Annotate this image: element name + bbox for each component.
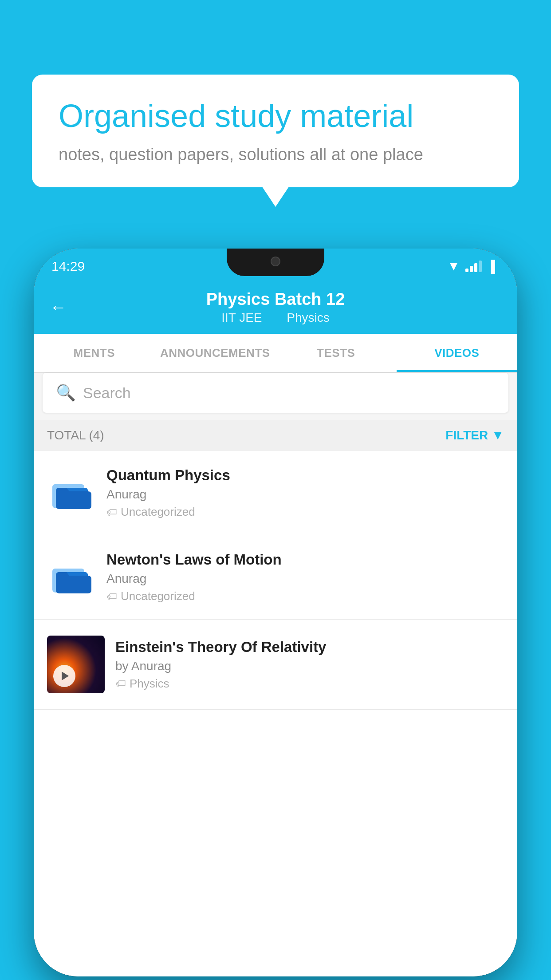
- list-item[interactable]: Einstein's Theory Of Relativity by Anura…: [34, 620, 517, 710]
- filter-icon: ▼: [492, 428, 504, 443]
- video-tag: 🏷 Physics: [115, 677, 504, 691]
- filter-button[interactable]: FILTER ▼: [445, 428, 504, 443]
- notch: [227, 249, 324, 276]
- folder-icon: [47, 469, 96, 518]
- video-title: Newton's Laws of Motion: [106, 551, 504, 568]
- tag-icon: 🏷: [106, 506, 117, 518]
- wifi-icon: ▼: [448, 259, 460, 273]
- list-item[interactable]: Quantum Physics Anurag 🏷 Uncategorized: [34, 451, 517, 535]
- tag-label: Uncategorized: [121, 505, 195, 519]
- camera: [271, 257, 280, 266]
- video-list: Quantum Physics Anurag 🏷 Uncategorized: [34, 451, 517, 976]
- signal-bar-3: [474, 263, 477, 272]
- video-author: by Anurag: [115, 659, 504, 673]
- battery-icon: ▐: [487, 260, 495, 273]
- back-button[interactable]: ←: [50, 298, 67, 317]
- speech-bubble-wrapper: Organised study material notes, question…: [32, 75, 519, 187]
- bubble-subtitle: notes, question papers, solutions all at…: [59, 145, 492, 164]
- batch-title: Physics Batch 12: [206, 290, 345, 309]
- signal-icon: [465, 261, 482, 272]
- tag-icon: 🏷: [115, 677, 126, 690]
- folder-icon: [47, 553, 96, 602]
- tag-icon: 🏷: [106, 590, 117, 603]
- subtitle-physics: Physics: [287, 311, 329, 324]
- phone-frame: 14:29 ▼ ▐ ← Physics Batch 12: [34, 249, 517, 976]
- signal-bar-4: [479, 261, 482, 272]
- bubble-title: Organised study material: [59, 98, 492, 134]
- speech-bubble: Organised study material notes, question…: [32, 75, 519, 187]
- tag-label: Uncategorized: [121, 589, 195, 603]
- filter-label: FILTER: [445, 428, 488, 443]
- filter-bar: TOTAL (4) FILTER ▼: [34, 420, 517, 451]
- tab-announcements[interactable]: ANNOUNCEMENTS: [155, 334, 276, 372]
- tab-bar: MENTS ANNOUNCEMENTS TESTS VIDEOS: [34, 334, 517, 373]
- tab-videos[interactable]: VIDEOS: [397, 334, 518, 372]
- play-icon: [62, 672, 69, 680]
- batch-subtitle: IIT JEE Physics: [206, 311, 345, 325]
- video-tag: 🏷 Uncategorized: [106, 505, 504, 519]
- video-thumbnail: [47, 636, 105, 693]
- video-info: Einstein's Theory Of Relativity by Anura…: [115, 639, 504, 691]
- search-placeholder: Search: [83, 384, 131, 402]
- subtitle-iitjee: IIT JEE: [221, 311, 262, 324]
- signal-bar-2: [470, 266, 473, 272]
- tab-tests[interactable]: TESTS: [276, 334, 397, 372]
- top-bar-content: Physics Batch 12 IIT JEE Physics: [206, 290, 345, 325]
- total-count: TOTAL (4): [47, 428, 104, 443]
- video-author: Anurag: [106, 572, 504, 586]
- video-author: Anurag: [106, 487, 504, 502]
- tab-ments[interactable]: MENTS: [34, 334, 155, 372]
- tag-label: Physics: [130, 677, 169, 691]
- top-bar: ← Physics Batch 12 IIT JEE Physics: [34, 281, 517, 334]
- play-button[interactable]: [53, 665, 75, 687]
- app-screen: 14:29 ▼ ▐ ← Physics Batch 12: [34, 249, 517, 976]
- list-item[interactable]: Newton's Laws of Motion Anurag 🏷 Uncateg…: [34, 535, 517, 620]
- video-tag: 🏷 Uncategorized: [106, 589, 504, 603]
- video-info: Newton's Laws of Motion Anurag 🏷 Uncateg…: [106, 551, 504, 603]
- video-title: Quantum Physics: [106, 467, 504, 484]
- status-icons: ▼ ▐: [448, 259, 495, 273]
- status-time: 14:29: [51, 259, 85, 274]
- video-title: Einstein's Theory Of Relativity: [115, 639, 504, 656]
- video-info: Quantum Physics Anurag 🏷 Uncategorized: [106, 467, 504, 519]
- search-bar[interactable]: 🔍 Search: [43, 373, 508, 413]
- search-icon: 🔍: [56, 383, 76, 402]
- signal-bar-1: [465, 269, 468, 272]
